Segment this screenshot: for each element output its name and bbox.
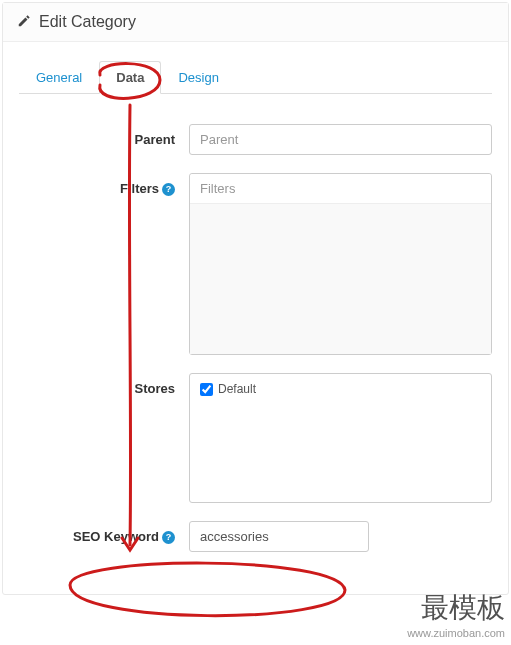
panel-header: Edit Category bbox=[3, 3, 508, 42]
help-icon[interactable]: ? bbox=[162, 531, 175, 544]
panel-body: General Data Design Parent Filters? Stor… bbox=[3, 42, 508, 594]
filters-area[interactable] bbox=[190, 204, 491, 354]
tab-data[interactable]: Data bbox=[99, 61, 161, 94]
row-seo: SEO Keyword? bbox=[19, 521, 492, 552]
tab-design[interactable]: Design bbox=[161, 61, 235, 94]
row-filters: Filters? bbox=[19, 173, 492, 355]
label-parent: Parent bbox=[19, 124, 189, 147]
help-icon[interactable]: ? bbox=[162, 183, 175, 196]
store-default[interactable]: Default bbox=[200, 382, 481, 396]
filters-box bbox=[189, 173, 492, 355]
tab-general[interactable]: General bbox=[19, 61, 99, 94]
label-stores: Stores bbox=[19, 373, 189, 396]
seo-keyword-input[interactable] bbox=[189, 521, 369, 552]
store-default-label: Default bbox=[218, 382, 256, 396]
edit-panel: Edit Category General Data Design Parent… bbox=[2, 2, 509, 595]
pencil-icon bbox=[17, 14, 31, 31]
tabs: General Data Design bbox=[19, 60, 492, 94]
label-filters: Filters bbox=[120, 181, 159, 196]
label-seo: SEO Keyword bbox=[73, 529, 159, 544]
watermark-url: www.zuimoban.com bbox=[407, 627, 505, 639]
store-default-checkbox[interactable] bbox=[200, 383, 213, 396]
watermark: 最模板 www.zuimoban.com bbox=[407, 589, 505, 639]
row-stores: Stores Default bbox=[19, 373, 492, 503]
filters-input[interactable] bbox=[190, 174, 491, 204]
page-title: Edit Category bbox=[39, 13, 136, 31]
parent-input[interactable] bbox=[189, 124, 492, 155]
row-parent: Parent bbox=[19, 124, 492, 155]
stores-box: Default bbox=[189, 373, 492, 503]
